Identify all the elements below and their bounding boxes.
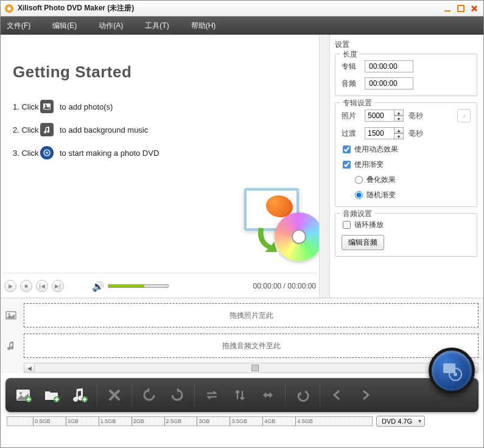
menu-help[interactable]: 帮助(H) (191, 21, 216, 31)
audio-settings-fieldset: 音频设置 循环播放 编辑音频 (335, 213, 477, 257)
trans-spin-down[interactable]: ▼ (394, 133, 404, 139)
add-photo-icon (40, 100, 54, 113)
match-music-button[interactable]: ♪ (457, 109, 471, 122)
play-button[interactable]: ▶ (4, 280, 16, 292)
svg-point-7 (46, 152, 48, 154)
delete-button[interactable] (102, 383, 127, 407)
volume-slider[interactable] (108, 284, 169, 288)
disc-type-selector[interactable]: DVD 4.7G (376, 416, 425, 427)
album-length-label: 专辑 (342, 61, 360, 72)
loop-playback-checkbox[interactable]: 循环播放 (343, 220, 471, 230)
transition-button[interactable] (256, 383, 280, 407)
capacity-bar: 0.5GB1GB1.5GB2GB2.5GB3GB3.5GB4GB4.5GB (7, 416, 373, 426)
preview-separator (3, 273, 317, 273)
menu-edit[interactable]: 编辑(E) (52, 21, 77, 31)
use-gradient-input[interactable] (343, 161, 351, 169)
getting-started-heading: Getting Started (13, 63, 317, 82)
step-3-text: to start making a photo DVD (60, 149, 159, 158)
close-button[interactable] (469, 3, 480, 14)
capacity-tick: 4GB (262, 417, 275, 425)
playbar: ▶ ■ |◀ ▶| 🔊 00:00:00 / 00:00:00 (4, 277, 316, 295)
bottom-toolbar (5, 378, 479, 412)
preview-scrollbar[interactable] (319, 35, 329, 298)
audio-track: 拖拽音频文件至此 (2, 332, 482, 359)
capacity-tick: 1GB (66, 417, 79, 425)
toolbar-sep-4 (285, 384, 286, 406)
album-settings-fieldset: 专辑设置 照片 ▲▼ 毫秒 ♪ 过渡 ▲▼ 毫秒 使用动态效 (335, 102, 477, 207)
photo-duration-spinner[interactable]: ▲▼ (365, 110, 404, 122)
burn-dvd-icon (40, 146, 54, 159)
audio-dropzone[interactable]: 拖拽音频文件至此 (24, 334, 479, 358)
move-right-button[interactable] (353, 383, 377, 407)
trans-spin-up[interactable]: ▲ (394, 127, 404, 133)
menu-tools[interactable]: 工具(T) (145, 21, 169, 31)
timeline-scroll-thumb[interactable] (251, 365, 259, 371)
random-gradient-label: 随机渐变 (367, 190, 396, 200)
step-3-prefix: 3. Click (13, 149, 40, 158)
svg-point-17 (454, 373, 457, 376)
edit-audio-button[interactable]: 编辑音频 (342, 235, 384, 250)
hero-disc-icon (275, 212, 323, 261)
settings-pane: 设置 长度 专辑 音频 专辑设置 照片 ▲▼ 毫秒 ♪ (330, 35, 483, 298)
use-gradient-checkbox[interactable]: 使用渐变 (343, 159, 471, 170)
add-folder-button[interactable] (40, 383, 64, 407)
random-gradient-radio[interactable]: 随机渐变 (355, 190, 471, 200)
toolbar-sep-1 (97, 384, 97, 406)
add-photo-button[interactable] (12, 383, 36, 407)
timeline-tracks: 拖拽照片至此 拖拽音频文件至此 ◀ ▶ (1, 298, 483, 373)
photo-spin-up[interactable]: ▲ (394, 110, 404, 116)
photo-track: 拖拽照片至此 (2, 302, 482, 329)
length-legend: 长度 (340, 49, 360, 60)
rotate-ccw-button[interactable] (137, 383, 161, 407)
timeline-scrollbar[interactable]: ◀ ▶ (24, 363, 479, 373)
prev-button[interactable]: |◀ (36, 280, 48, 292)
photo-dropzone[interactable]: 拖拽照片至此 (24, 303, 479, 327)
overlay-effect-input[interactable] (355, 176, 363, 184)
window-title: Xilisoft Photo DVD Maker (未注册) (18, 3, 440, 13)
rotate-cw-button[interactable] (165, 383, 189, 407)
step-row-2: 2. Click to add background music (13, 123, 317, 136)
overlay-effect-label: 叠化效果 (367, 175, 396, 185)
photo-duration-label: 照片 (342, 111, 360, 121)
next-button[interactable]: ▶| (52, 280, 64, 292)
album-length-input[interactable] (365, 60, 413, 72)
add-music-icon (40, 123, 54, 136)
loop-playback-input[interactable] (343, 221, 351, 229)
loop-button[interactable] (200, 383, 224, 407)
step-2-prefix: 2. Click (13, 125, 40, 135)
capacity-tick: 0.5GB (33, 417, 51, 425)
random-gradient-input[interactable] (355, 191, 363, 199)
burn-button[interactable] (429, 348, 475, 394)
photo-track-icon (2, 310, 20, 321)
menu-file[interactable]: 文件(F) (7, 21, 30, 31)
undo-button[interactable] (290, 383, 315, 407)
maximize-button[interactable] (455, 3, 466, 14)
add-audio-button[interactable] (68, 383, 92, 407)
speaker-icon: 🔊 (92, 281, 104, 292)
dynamic-effect-input[interactable] (343, 145, 351, 153)
move-left-button[interactable] (325, 383, 349, 407)
transition-duration-label: 过渡 (342, 128, 360, 139)
capacity-tick: 3.5GB (230, 417, 247, 425)
step-row-1: 1. Click to add photo(s) (13, 100, 317, 113)
audio-length-input[interactable] (365, 77, 413, 89)
sort-button[interactable] (228, 383, 252, 407)
length-fieldset: 长度 专辑 音频 (335, 54, 477, 96)
dynamic-effect-checkbox[interactable]: 使用动态效果 (343, 144, 471, 155)
transition-duration-spinner[interactable]: ▲▼ (365, 127, 404, 139)
capacity-tick: 2.5GB (164, 417, 182, 425)
photo-duration-unit: 毫秒 (409, 111, 423, 121)
timeline-scroll-left[interactable]: ◀ (24, 363, 35, 373)
overlay-effect-radio[interactable]: 叠化效果 (355, 175, 471, 185)
transition-duration-input[interactable] (365, 127, 394, 139)
stop-button[interactable]: ■ (20, 280, 32, 292)
menu-action[interactable]: 动作(A) (99, 21, 123, 31)
photo-spin-down[interactable]: ▼ (394, 116, 404, 122)
svg-point-9 (9, 313, 10, 315)
photo-duration-input[interactable] (365, 110, 394, 122)
audio-settings-legend: 音频设置 (340, 209, 374, 219)
audio-length-label: 音频 (342, 79, 360, 89)
album-settings-legend: 专辑设置 (340, 98, 374, 108)
minimize-button[interactable] (442, 3, 453, 14)
step-2-text: to add background music (60, 125, 148, 135)
